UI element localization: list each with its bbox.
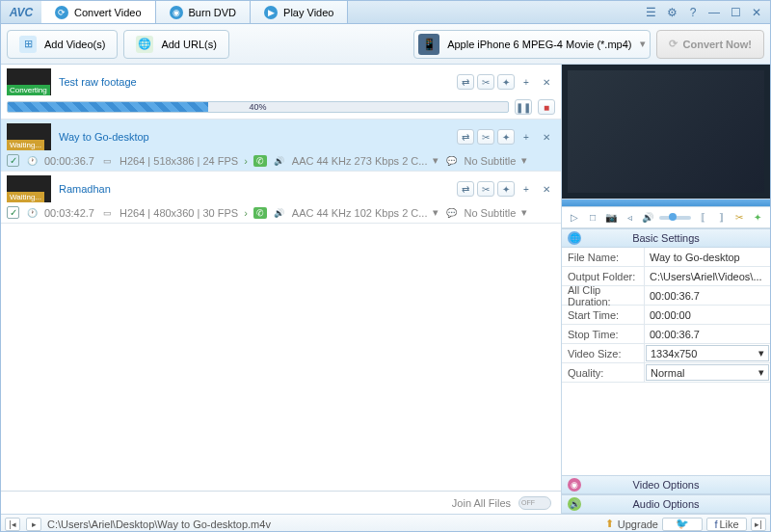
gear-icon[interactable]: ⚙	[664, 5, 679, 20]
remove-icon[interactable]: ✕	[538, 181, 555, 197]
speaker-icon[interactable]: 🔊	[273, 207, 286, 219]
preview-seekbar[interactable]	[562, 200, 770, 207]
volume-slider[interactable]	[659, 216, 691, 220]
facebook-like-button[interactable]: fLike	[706, 518, 747, 531]
main-area: Converting Test raw footage ⇄ ✂ ✦ + ✕ 40…	[1, 65, 770, 514]
close-icon[interactable]: ✕	[749, 5, 764, 20]
start-time-field[interactable]: 00:00:00	[645, 306, 770, 324]
right-pane: ▷ □ 📷 ◃ 🔊 ⟦ ⟧ ✂ ✦ 🌐 Basic Settings File …	[562, 65, 770, 514]
statusbar: |◂ ▸ C:\Users\Ariel\Desktop\Way to Go-de…	[1, 514, 770, 532]
wand-icon[interactable]: ✦	[497, 74, 515, 90]
cut-icon[interactable]: ✂	[477, 181, 494, 197]
list-item[interactable]: Waiting... Way to Go-desktop ⇄ ✂ ✦ + ✕ ✓…	[1, 120, 561, 172]
subtitle-info: No Subtitle	[464, 155, 516, 167]
tab-label: Play Video	[283, 7, 333, 18]
progress-text: 40%	[249, 102, 266, 112]
output-profile-selector[interactable]: 📱 Apple iPhone 6 MPEG-4 Movie (*.mp4) ▾	[413, 30, 650, 59]
volume-icon[interactable]: 🔊	[641, 211, 654, 225]
play-icon[interactable]: ▷	[568, 211, 581, 225]
next-icon[interactable]: ▸|	[751, 518, 766, 531]
plus-icon[interactable]: +	[518, 74, 535, 90]
checkbox[interactable]: ✓	[7, 206, 19, 219]
window-controls: ☰ ⚙ ? — ☐ ✕	[643, 1, 770, 23]
subtitle-icon[interactable]: 💬	[444, 155, 458, 167]
phone-icon: ✆	[253, 155, 267, 167]
cut-icon[interactable]: ✂	[477, 129, 494, 145]
menu-icon[interactable]: ☰	[643, 5, 658, 20]
prev-icon[interactable]: |◂	[5, 518, 20, 531]
list-footer: Join All Files OFF	[1, 491, 561, 514]
chevron-down-icon: ▾	[640, 38, 646, 50]
add-videos-button[interactable]: ⊞ Add Video(s)	[7, 30, 118, 59]
play-icon[interactable]: ▸	[26, 518, 41, 531]
plus-icon[interactable]: +	[518, 181, 535, 197]
chevron-down-icon[interactable]: ▾	[521, 206, 527, 219]
bracket-close-icon[interactable]: ⟧	[714, 211, 728, 225]
tab-label: Burn DVD	[189, 7, 237, 18]
video-info: H264 | 518x386 | 24 FPS	[120, 155, 238, 167]
profile-label: Apple iPhone 6 MPEG-4 Movie (*.mp4)	[447, 39, 631, 50]
twitter-button[interactable]: 🐦	[662, 518, 703, 531]
disc-icon: ◉	[170, 6, 183, 19]
convert-now-button[interactable]: ⟳ Convert Now!	[656, 30, 765, 59]
cut-icon[interactable]: ✂	[477, 74, 494, 90]
wand-icon[interactable]: ✦	[497, 181, 515, 197]
output-folder-field[interactable]: C:\Users\Ariel\Videos\...	[645, 267, 770, 285]
minimize-icon[interactable]: —	[706, 5, 722, 20]
wand-icon[interactable]: ✦	[497, 129, 515, 145]
checkbox[interactable]: ✓	[7, 154, 19, 167]
video-size-dropdown[interactable]: 1334x750▾	[646, 345, 769, 361]
bracket-open-icon[interactable]: ⟦	[696, 211, 709, 225]
maximize-icon[interactable]: ☐	[728, 5, 743, 20]
add-urls-button[interactable]: 🌐 Add URL(s)	[123, 30, 228, 59]
scissors-icon[interactable]: ✂	[732, 211, 746, 225]
subtitle-icon[interactable]: 💬	[444, 207, 458, 219]
item-title[interactable]: Test raw footage	[59, 76, 137, 88]
upgrade-icon[interactable]: ⬆	[605, 518, 614, 530]
button-label: Convert Now!	[683, 39, 753, 50]
remove-icon[interactable]: ✕	[538, 74, 555, 90]
video-info: H264 | 480x360 | 30 FPS	[120, 207, 238, 219]
join-files-toggle[interactable]: OFF	[518, 496, 551, 510]
remove-icon[interactable]: ✕	[538, 129, 555, 145]
thumbnail: Waiting...	[7, 123, 51, 150]
list-item[interactable]: Waiting... Ramadhan ⇄ ✂ ✦ + ✕ ✓ 🕐 00:03:…	[1, 172, 561, 224]
crop-icon[interactable]: ✦	[751, 211, 764, 225]
stop-icon[interactable]: ■	[538, 99, 555, 115]
item-title[interactable]: Way to Go-desktop	[59, 131, 149, 143]
swap-icon[interactable]: ⇄	[457, 181, 474, 197]
phone-icon: ✆	[253, 207, 267, 219]
quality-dropdown[interactable]: Normal▾	[646, 364, 769, 381]
chevron-down-icon[interactable]: ▾	[433, 206, 439, 219]
stop-time-field[interactable]: 00:00:36.7	[645, 325, 770, 343]
swap-icon[interactable]: ⇄	[457, 74, 474, 90]
basic-settings-header[interactable]: 🌐 Basic Settings	[562, 228, 770, 248]
chevron-down-icon[interactable]: ▾	[521, 154, 527, 167]
snapshot-icon[interactable]: 📷	[604, 211, 618, 225]
tab-convert-video[interactable]: ⟳ Convert Video	[41, 1, 156, 23]
audio-options-header[interactable]: 🔊 Audio Options	[562, 494, 770, 514]
swap-icon[interactable]: ⇄	[457, 129, 474, 145]
filename-field[interactable]: Way to Go-desktop	[645, 248, 770, 266]
status-badge: Converting	[7, 85, 50, 95]
video-preview[interactable]	[562, 65, 770, 200]
button-label: Add Video(s)	[44, 39, 105, 50]
chevron-left-icon[interactable]: ◃	[623, 211, 636, 225]
item-title[interactable]: Ramadhan	[59, 183, 111, 195]
stop-icon[interactable]: □	[586, 211, 599, 225]
clip-duration-value: 00:00:36.7	[645, 286, 770, 305]
video-options-header[interactable]: ◉ Video Options	[562, 475, 770, 494]
pause-icon[interactable]: ❚❚	[515, 99, 532, 115]
plus-icon[interactable]: +	[518, 129, 535, 145]
upgrade-link[interactable]: Upgrade	[618, 519, 658, 530]
help-icon[interactable]: ?	[685, 5, 701, 20]
join-files-label: Join All Files	[452, 497, 511, 509]
tab-burn-dvd[interactable]: ◉ Burn DVD	[156, 1, 252, 23]
chevron-right-icon[interactable]: ›	[244, 207, 248, 219]
list-item[interactable]: Converting Test raw footage ⇄ ✂ ✦ + ✕ 40…	[1, 65, 561, 120]
chevron-down-icon: ▾	[758, 347, 764, 359]
chevron-down-icon[interactable]: ▾	[433, 154, 439, 167]
speaker-icon[interactable]: 🔊	[273, 155, 286, 167]
chevron-right-icon[interactable]: ›	[244, 155, 248, 167]
tab-play-video[interactable]: ▶ Play Video	[251, 1, 348, 23]
